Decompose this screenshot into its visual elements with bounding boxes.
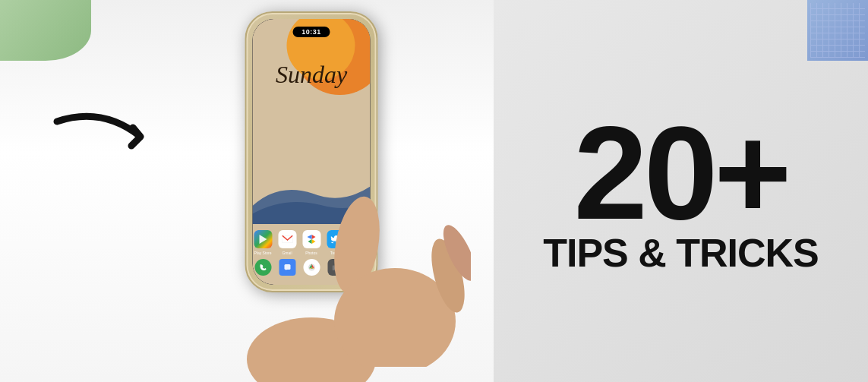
text-section: 20+ TIPS & TRICKS bbox=[494, 0, 868, 382]
status-bar: 10:31 bbox=[264, 24, 360, 40]
time-display: 10:31 bbox=[292, 27, 330, 37]
plant-decoration bbox=[0, 0, 91, 61]
hand-right-svg bbox=[319, 154, 471, 367]
day-label: Sunday bbox=[253, 61, 371, 89]
arrow-icon bbox=[42, 99, 186, 175]
headline-subtitle: TIPS & TRICKS bbox=[543, 232, 819, 275]
arrow-container bbox=[42, 99, 186, 175]
notebook-decoration bbox=[807, 0, 868, 61]
scene: 10:31 Sunday Play Store bbox=[0, 0, 868, 382]
headline-number: 20+ bbox=[574, 106, 788, 239]
phone-container: 10:31 Sunday Play Store bbox=[197, 0, 425, 382]
